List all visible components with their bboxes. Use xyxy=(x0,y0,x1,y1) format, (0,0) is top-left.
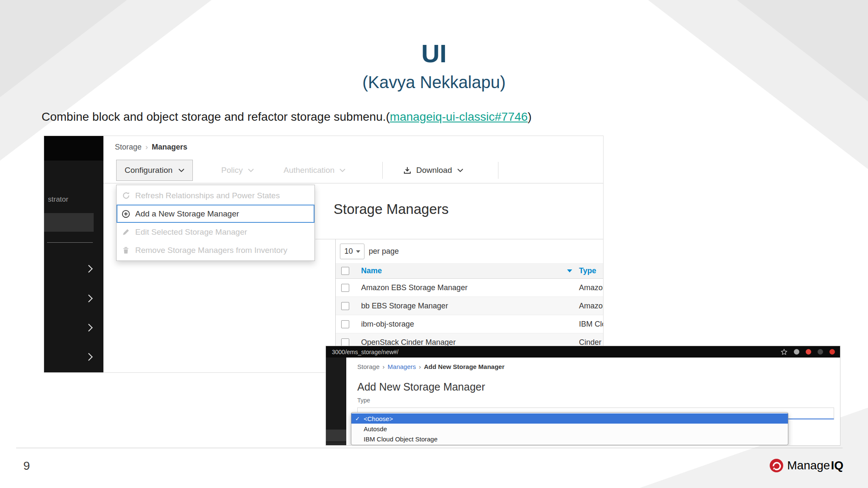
menu-item-refresh-relationships[interactable]: Refresh Relationships and Power States xyxy=(117,186,314,205)
storage-managers-screenshot: strator Storage › Managers Configuration… xyxy=(44,136,604,373)
dropdown-option-autosde[interactable]: Autosde xyxy=(351,424,788,434)
per-page-select[interactable]: 10 xyxy=(340,244,364,259)
menu-item-remove-storage-managers[interactable]: Remove Storage Managers from Inventory xyxy=(117,241,314,259)
breadcrumb: Storage › Managers › Add New Storage Man… xyxy=(357,363,504,370)
chevron-down-icon xyxy=(339,169,345,172)
policy-button[interactable]: Policy xyxy=(221,160,254,181)
configuration-menu: Refresh Relationships and Power States A… xyxy=(116,185,315,261)
sidebar-item-administrator[interactable]: strator xyxy=(48,195,68,204)
breadcrumb-separator: › xyxy=(145,143,148,152)
cell-type: Amazon xyxy=(573,302,604,311)
refresh-icon xyxy=(121,191,131,200)
menu-item-label: Add a New Storage Manager xyxy=(135,209,239,219)
nav-sidebar: strator xyxy=(44,136,103,372)
trash-icon xyxy=(121,246,131,255)
pencil-icon xyxy=(121,227,131,237)
manageiq-logo-icon xyxy=(769,458,784,473)
menu-item-label: Refresh Relationships and Power States xyxy=(135,191,280,200)
download-label: Download xyxy=(416,166,452,175)
breadcrumb-current: Add New Storage Manager xyxy=(424,363,504,370)
address-bar[interactable]: 3000/ems_storage/new#/ xyxy=(332,349,398,355)
option-label: IBM Cloud Object Storage xyxy=(355,435,437,443)
row-checkbox[interactable] xyxy=(341,338,349,347)
chevron-down-icon xyxy=(178,169,184,172)
table-row[interactable]: ibm-obj-storage IBM Clou xyxy=(336,315,604,333)
breadcrumb-managers: Managers xyxy=(152,143,187,152)
download-icon xyxy=(403,166,411,174)
row-checkbox[interactable] xyxy=(341,284,349,292)
browser-icons xyxy=(781,349,835,355)
cell-name: Amazon EBS Storage Manager xyxy=(354,283,573,292)
option-label: Autosde xyxy=(355,425,387,433)
chevron-down-icon xyxy=(457,169,463,172)
toolbar-bottom-border xyxy=(103,183,603,183)
chevron-down-icon xyxy=(356,250,360,253)
table-header-row: Name Type xyxy=(336,263,604,279)
cell-name: bb EBS Storage Manager xyxy=(354,302,573,311)
row-checkbox[interactable] xyxy=(341,320,349,328)
body-text-prefix: Combine block and object storage and ref… xyxy=(42,110,390,123)
policy-label: Policy xyxy=(221,166,243,175)
extension-icon[interactable] xyxy=(818,349,823,355)
sidebar-active-item[interactable] xyxy=(44,213,94,232)
breadcrumb-managers[interactable]: Managers xyxy=(388,363,416,370)
dropdown-option-ibm-cos[interactable]: IBM Cloud Object Storage xyxy=(351,434,788,444)
authentication-button[interactable]: Authentication xyxy=(284,160,345,181)
pr-link[interactable]: manageiq-ui-classic#7746 xyxy=(390,110,528,123)
body-text-suffix: ) xyxy=(528,110,531,123)
breadcrumb-separator: › xyxy=(383,363,385,370)
table-row[interactable]: Amazon EBS Storage Manager Amazon xyxy=(336,279,604,297)
extension-icon[interactable] xyxy=(794,349,799,355)
chevron-right-icon[interactable] xyxy=(85,294,92,302)
page-heading: Storage Managers xyxy=(334,201,449,217)
column-header-type[interactable]: Type xyxy=(573,266,604,275)
checkmark-icon: ✓ xyxy=(355,416,362,422)
chevron-down-icon xyxy=(248,169,254,172)
download-button[interactable]: Download xyxy=(403,160,463,181)
cell-type: Amazon xyxy=(573,283,604,292)
extension-icon[interactable] xyxy=(806,349,811,355)
menu-item-add-storage-manager[interactable]: Add a New Storage Manager xyxy=(117,205,314,223)
plus-circle-icon xyxy=(121,209,131,219)
menu-item-label: Remove Storage Managers from Inventory xyxy=(135,246,287,255)
breadcrumb: Storage › Managers xyxy=(115,143,187,152)
breadcrumb-storage[interactable]: Storage xyxy=(115,143,142,152)
breadcrumb-storage[interactable]: Storage xyxy=(357,363,380,370)
configuration-label: Configuration xyxy=(125,166,172,175)
cell-type: IBM Clou xyxy=(573,320,604,329)
sidebar-divider xyxy=(47,242,93,243)
chevron-right-icon[interactable] xyxy=(85,324,92,331)
footer-divider xyxy=(16,448,843,448)
breadcrumb-separator: › xyxy=(419,363,421,370)
chevron-right-icon[interactable] xyxy=(85,265,92,272)
menu-item-edit-storage-manager[interactable]: Edit Selected Storage Manager xyxy=(117,223,314,241)
authentication-label: Authentication xyxy=(284,166,334,175)
slide: UI (Kavya Nekkalapu) Combine block and o… xyxy=(0,0,868,488)
toolbar-separator xyxy=(498,162,498,179)
type-dropdown-menu: ✓ <Choose> Autosde IBM Cloud Object Stor… xyxy=(351,412,788,445)
mini-sidebar xyxy=(326,358,346,446)
slide-title: UI xyxy=(0,39,868,68)
form-heading: Add New Storage Manager xyxy=(357,381,485,393)
extension-icon[interactable] xyxy=(829,349,835,355)
per-page-label: per page xyxy=(369,247,399,256)
configuration-button[interactable]: Configuration xyxy=(116,160,193,181)
column-header-name[interactable]: Name xyxy=(354,266,573,275)
table-row[interactable]: bb EBS Storage Manager Amazon xyxy=(336,297,604,315)
dropdown-option-choose[interactable]: ✓ <Choose> xyxy=(351,413,788,424)
select-all-checkbox[interactable] xyxy=(341,267,349,275)
slide-body-text: Combine block and object storage and ref… xyxy=(42,110,531,124)
managers-table: Name Type Amazon EBS Storage Manager Ama… xyxy=(336,263,604,352)
row-checkbox[interactable] xyxy=(341,302,349,310)
browser-bar: 3000/ems_storage/new#/ xyxy=(326,346,840,358)
bookmark-star-icon[interactable] xyxy=(781,349,787,355)
manageiq-logo: Manage IQ xyxy=(769,458,843,473)
toolbar-separator xyxy=(382,162,383,179)
page-number: 9 xyxy=(23,459,30,473)
per-page-value: 10 xyxy=(344,247,353,256)
type-field-label: Type xyxy=(357,397,370,404)
logo-text-manage: Manage xyxy=(787,459,830,472)
option-label: <Choose> xyxy=(362,415,393,422)
chevron-right-icon[interactable] xyxy=(85,353,92,360)
cell-name: ibm-obj-storage xyxy=(354,320,573,329)
